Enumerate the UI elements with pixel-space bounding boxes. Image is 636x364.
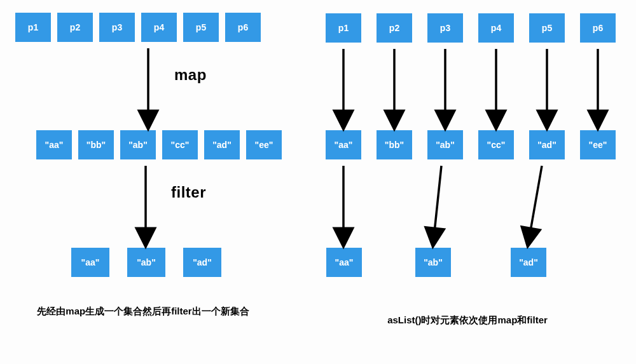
left-row2-box: "cc"	[162, 130, 198, 159]
right-row1-box: p2	[377, 13, 412, 43]
left-row2-box: "ee"	[246, 130, 282, 159]
right-row1-box: p5	[529, 13, 565, 43]
left-row3-box: "ab"	[127, 248, 165, 277]
left-row3-box: "ad"	[183, 248, 221, 277]
filter-label: filter	[171, 184, 206, 201]
right-row1-box: p4	[478, 13, 514, 43]
right-row3-box: "aa"	[326, 248, 362, 277]
right-row2-box: "ad"	[529, 130, 565, 159]
right-row2-box: "ab"	[427, 130, 463, 159]
left-row1-box: p1	[15, 13, 51, 42]
right-row2-box: "bb"	[377, 130, 412, 159]
left-row1-box: p2	[57, 13, 93, 42]
left-caption: 先经由map生成一个集合然后再filter出一个新集合	[35, 304, 251, 319]
right-row1-box: p3	[427, 13, 463, 43]
arrow-icon	[434, 166, 441, 238]
left-row3-box: "aa"	[71, 248, 109, 277]
map-label: map	[174, 66, 207, 84]
right-row3-box: "ab"	[415, 248, 451, 277]
left-row1-box: p6	[225, 13, 261, 42]
right-row2-box: "aa"	[326, 130, 361, 159]
left-row2-box: "ab"	[120, 130, 156, 159]
arrow-icon	[529, 166, 542, 238]
right-caption: asList()时对元素依次使用map和filter	[353, 313, 582, 328]
left-row1-box: p3	[99, 13, 135, 42]
right-row2-box: "ee"	[580, 130, 616, 159]
right-row1-box: p1	[326, 13, 361, 43]
left-row2-box: "aa"	[36, 130, 72, 159]
left-row2-box: "ad"	[204, 130, 240, 159]
left-row1-box: p5	[183, 13, 219, 42]
left-row1-box: p4	[141, 13, 177, 42]
right-row1-box: p6	[580, 13, 616, 43]
left-row2-box: "bb"	[78, 130, 114, 159]
right-row3-box: "ad"	[511, 248, 546, 277]
right-row2-box: "cc"	[478, 130, 514, 159]
